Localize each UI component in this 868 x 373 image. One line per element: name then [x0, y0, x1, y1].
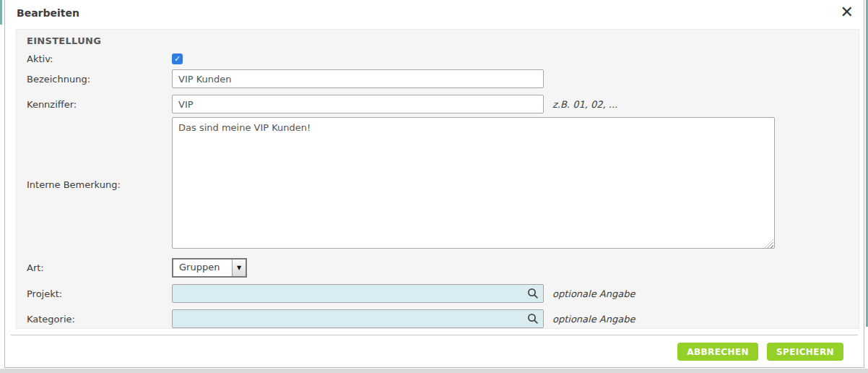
edit-dialog: Bearbeiten ✕ EINSTELLUNG Aktiv: ✓ Bezeic… — [4, 0, 864, 368]
art-select[interactable]: Gruppen ▼ — [172, 258, 247, 278]
save-button[interactable]: SPEICHERN — [767, 343, 843, 361]
chevron-down-icon: ▼ — [237, 265, 241, 271]
kennziffer-input[interactable] — [172, 95, 544, 113]
kategorie-label: Kategorie: — [27, 314, 172, 325]
projekt-hint: optionale Angabe — [552, 288, 635, 299]
art-row: Art: Gruppen ▼ — [27, 258, 849, 278]
bezeichnung-input[interactable] — [172, 69, 544, 88]
kennziffer-hint: z.B. 01, 02, ... — [552, 99, 617, 110]
search-icon[interactable] — [527, 288, 539, 299]
search-icon[interactable] — [527, 313, 539, 325]
checkmark-icon: ✓ — [174, 55, 181, 63]
projekt-row: Projekt: optionale Angabe — [27, 284, 849, 303]
bezeichnung-row: Bezeichnung: — [27, 69, 849, 88]
projekt-search-input[interactable] — [172, 284, 544, 303]
settings-panel: EINSTELLUNG Aktiv: ✓ Bezeichnung: Kennzi… — [16, 29, 859, 329]
kategorie-search-input[interactable] — [172, 309, 544, 328]
kennziffer-label: Kennziffer: — [27, 99, 172, 110]
footer-divider — [11, 335, 858, 335]
aktiv-row: Aktiv: ✓ — [27, 53, 849, 64]
projekt-label: Projekt: — [27, 288, 172, 299]
bezeichnung-label: Bezeichnung: — [27, 74, 172, 85]
select-arrow-button[interactable]: ▼ — [232, 260, 246, 276]
kategorie-row: Kategorie: optionale Angabe — [27, 309, 849, 328]
close-icon[interactable]: ✕ — [841, 3, 854, 22]
interne-bemerkung-textarea[interactable]: Das sind meine VIP Kunden! — [172, 117, 775, 249]
background-bottom-band — [0, 369, 868, 373]
art-label: Art: — [27, 262, 172, 273]
background-accent-left — [0, 0, 2, 25]
aktiv-label: Aktiv: — [27, 53, 172, 64]
section-title: EINSTELLUNG — [27, 35, 849, 47]
art-select-value: Gruppen — [173, 260, 232, 276]
footer-buttons: ABBRECHEN SPEICHERN — [677, 343, 843, 361]
cancel-button[interactable]: ABBRECHEN — [677, 343, 758, 361]
aktiv-checkbox[interactable]: ✓ — [172, 53, 183, 64]
dialog-title: Bearbeiten — [17, 7, 79, 19]
kennziffer-row: Kennziffer: z.B. 01, 02, ... — [27, 95, 849, 113]
kategorie-hint: optionale Angabe — [552, 314, 635, 325]
interne-bemerkung-label: Interne Bemerkung: — [27, 179, 172, 190]
interne-bemerkung-row: Interne Bemerkung: Das sind meine VIP Ku… — [27, 117, 849, 252]
